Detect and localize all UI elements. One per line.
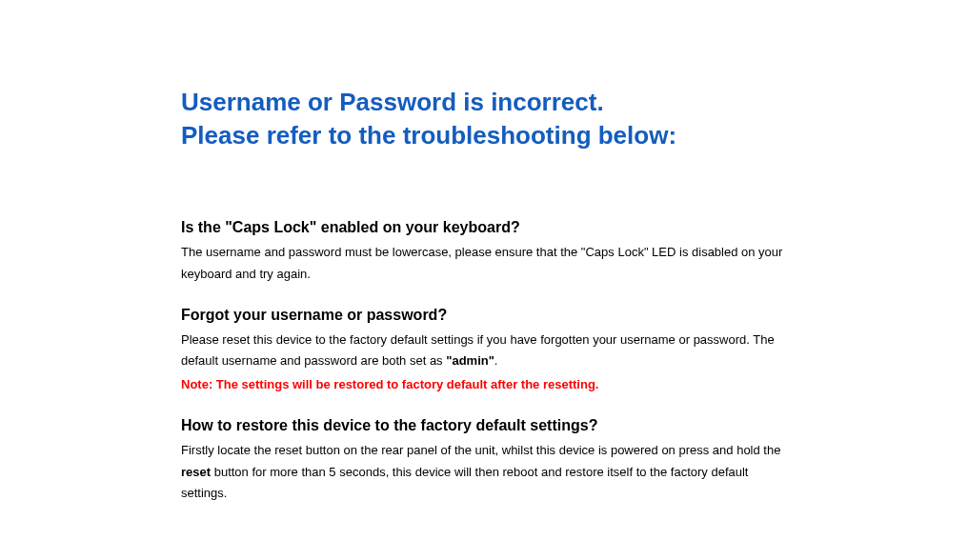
section-restore-body: Firstly locate the reset button on the r… <box>181 440 787 505</box>
page-title: Username or Password is incorrect. Pleas… <box>181 86 787 152</box>
section-capslock: Is the "Caps Lock" enabled on your keybo… <box>181 219 787 286</box>
section-restore-body-part2: button for more than 5 seconds, this dev… <box>181 465 748 501</box>
section-restore-body-part1: Firstly locate the reset button on the r… <box>181 443 780 457</box>
section-restore-body-bold: reset <box>181 465 211 479</box>
title-line-1: Username or Password is incorrect. <box>181 88 604 116</box>
section-forgot-body-part2: . <box>494 353 498 368</box>
section-capslock-heading: Is the "Caps Lock" enabled on your keybo… <box>181 219 787 236</box>
title-line-2: Please refer to the troubleshooting belo… <box>181 121 676 150</box>
section-forgot: Forgot your username or password? Please… <box>181 307 787 396</box>
section-forgot-heading: Forgot your username or password? <box>181 307 787 324</box>
section-restore-heading: How to restore this device to the factor… <box>181 417 787 434</box>
section-forgot-body-bold: "admin" <box>446 353 494 368</box>
section-forgot-body: Please reset this device to the factory … <box>181 330 787 373</box>
section-forgot-note: Note: The settings will be restored to f… <box>181 374 787 396</box>
section-restore: How to restore this device to the factor… <box>181 417 787 505</box>
section-capslock-body: The username and password must be lowerc… <box>181 242 787 286</box>
